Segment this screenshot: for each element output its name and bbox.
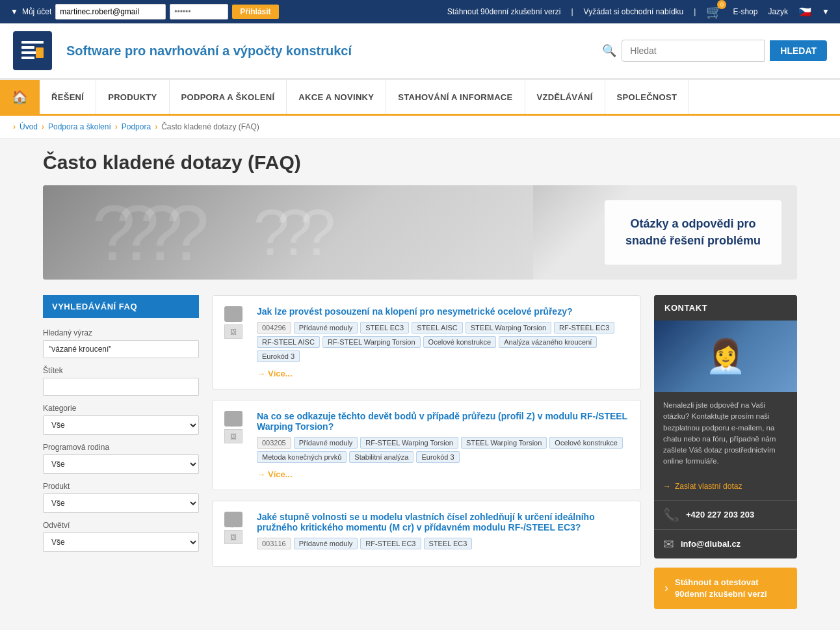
banner-line1: Otázky a odpovědi pro [625,216,761,232]
bc-arrow-2: › [42,122,44,131]
result-title-2[interactable]: Na co se odkazuje těchto devět bodů v př… [257,411,629,432]
result-id-3: 003116 [257,538,291,549]
result-body-3: Jaké stupně volnosti se u modelu vlastní… [257,512,629,556]
nav-item-vzdelavani[interactable]: VZDĚLÁVÁNÍ [525,80,605,114]
right-column: KONTAKT 👩‍💼 Nenalezli jste odpověď na Va… [654,295,797,609]
phone-icon: 📞 [663,507,679,523]
tag-pridavne-moduly-3[interactable]: Přídavné moduly [294,538,358,549]
more-link-2[interactable]: → Více... [257,469,293,479]
tag-rf-steel-warping-2[interactable]: RF-STEEL Warping Torsion [360,437,458,449]
result-tags-3: 003116 Přídavné moduly RF-STEEL EC3 STEE… [257,538,629,549]
send-query-link[interactable]: → Zaslat vlastní dotaz [663,480,788,492]
tag-rf-steel-aisc-1[interactable]: RF-STEEL AISC [257,336,320,348]
more-link-1[interactable]: → Více... [257,369,293,378]
tag-rf-steel-ec3-1[interactable]: RF-STEEL EC3 [554,322,614,334]
email-input[interactable] [55,4,166,20]
bc-arrow-1: › [13,122,16,131]
result-title-1[interactable]: Jak lze provést posouzení na klopení pro… [257,306,629,317]
tag-pridavne-moduly-1[interactable]: Přídavné moduly [294,322,358,334]
result-body-1: Jak lze provést posouzení na klopení pro… [257,306,629,378]
tag-stabilitni-2[interactable]: Stabilitní analýza [349,451,413,463]
bc-arrow-3: › [115,122,118,131]
bc-podpora-skoleni[interactable]: Podpora a školení [48,122,111,131]
industry-label: Odvětví [43,521,199,530]
svg-rect-5 [36,47,44,58]
more-text-1: Více... [268,369,293,378]
contact-person-illustration: 👩‍💼 [705,337,746,375]
email-icon: ✉ [663,536,674,552]
result-icon-2: 🖼 [224,411,248,479]
search-input[interactable] [622,40,765,62]
contact-description: Nenalezli jste odpověď na Vaši otázku? K… [654,392,797,475]
contact-box: KONTAKT 👩‍💼 Nenalezli jste odpověď na Va… [654,295,797,558]
download-line1: Stáhnout a otestovat [675,577,767,588]
tag-rf-steel-warping-1[interactable]: RF-STEEL Warping Torsion [322,336,421,348]
result-id-1: 004296 [257,322,291,334]
tag-steel-aisc-1[interactable]: STEEL AISC [412,322,463,334]
bc-uvod[interactable]: Úvod [20,122,38,131]
contact-image: 👩‍💼 [654,321,797,392]
separator-2: | [694,7,696,16]
tag-analyza-1[interactable]: Analýza vázaného kroucení [499,336,597,348]
result-item-2: 🖼 Na co se odkazuje těchto devět bodů v … [212,400,641,490]
category-label: Kategorie [43,404,199,413]
cart-count: 0 [717,0,726,9]
sidebar-tag-input[interactable] [43,378,199,396]
tag-pridavne-moduly-2[interactable]: Přídavné moduly [294,437,358,449]
category-select[interactable]: Vše Obecné Technické [43,415,199,435]
tag-eurokod-2[interactable]: Eurokód 3 [416,451,459,463]
program-family-select[interactable]: Vše RFEM RSTAB STEEL [43,454,199,474]
password-input[interactable] [170,4,228,20]
tag-steel-warping-1[interactable]: STEEL Warping Torsion [466,322,551,334]
nav-item-stahovani[interactable]: STAHOVÁNÍ A INFORMACE [386,80,525,114]
language-label: Jazyk [768,7,788,16]
tag-eurokod-1[interactable]: Eurokód 3 [257,350,300,362]
more-text-2: Více... [268,469,293,479]
img-icon-2: 🖼 [230,433,237,440]
sidebar-search-input[interactable] [43,340,199,358]
eshop-link[interactable]: E-shop [733,7,757,16]
search-button[interactable]: HLEDAT [770,40,827,61]
search-label: Hledaný výraz [43,328,199,337]
contact-phone: 📞 +420 227 203 203 [654,500,797,529]
nav-item-produkty[interactable]: PRODUKTY [96,80,169,114]
tag-steel-warping-2[interactable]: STEEL Warping Torsion [461,437,547,449]
industry-select[interactable]: Vše Ocelové konstrukce Betonové konstruk… [43,532,199,552]
tag-steel-ec3-3[interactable]: STEEL EC3 [424,538,473,549]
download-trial-box[interactable]: › Stáhnout a otestovat 90denní zkušební … [654,568,797,609]
download-trial-link[interactable]: Stáhnout 90denní zkušební verzi [447,7,561,16]
page-title: Často kladené dotazy (FAQ) [43,151,797,174]
lang-dropdown-arrow[interactable]: ▼ [822,7,830,16]
send-link-text: Zaslat vlastní dotaz [675,480,742,492]
nav-item-spolecnost[interactable]: SPOLEČNOST [605,80,690,114]
product-select[interactable]: Vše RFEM 5 RSTAB 8 RF-STEEL EC3 [43,493,199,513]
tag-ocelove-2[interactable]: Ocelové konstrukce [549,437,623,449]
nav-item-akce[interactable]: AKCE A NOVINKY [287,80,386,114]
flag-icon[interactable]: 🇨🇿 [798,6,811,18]
comment-icon-1 [224,306,243,322]
login-button[interactable]: Přihlásit [232,5,278,19]
img-placeholder-1: 🖼 [224,324,243,339]
program-family-label: Programová rodina [43,443,199,452]
business-offer-link[interactable]: Vyžádat si obchodní nabídku [584,7,684,16]
banner-line2: snadné řešení problému [625,233,761,249]
dlubal-logo [16,34,49,67]
tag-metoda-2[interactable]: Metoda konečných prvků [257,451,347,463]
bc-podpora[interactable]: Podpora [122,122,151,131]
svg-rect-2 [21,46,34,49]
svg-rect-1 [21,41,44,44]
more-arrow-1: → [257,369,265,378]
nav-item-reseni[interactable]: ŘEŠENÍ [40,80,96,114]
result-title-3[interactable]: Jaké stupně volnosti se u modelu vlastní… [257,512,629,532]
page-content: Často kladené dotazy (FAQ) ??? ? ??? Otá… [30,138,810,622]
result-tags-2: 003205 Přídavné moduly RF-STEEL Warping … [257,437,629,463]
img-icon-3: 🖼 [230,534,237,541]
tag-steel-ec3-1[interactable]: STEEL EC3 [360,322,409,334]
nav-item-podpora[interactable]: PODPORA A ŠKOLENÍ [170,80,287,114]
logo-area: Software pro navrhování a výpočty konstr… [13,31,352,70]
nav-home-button[interactable]: 🏠 [0,80,40,114]
tag-ocelove-1[interactable]: Ocelové konstrukce [423,336,497,348]
faq-banner-background: ??? ? ??? [43,185,533,280]
site-title: Software pro navrhování a výpočty konstr… [66,44,352,59]
tag-rf-steel-ec3-3[interactable]: RF-STEEL EC3 [360,538,421,549]
